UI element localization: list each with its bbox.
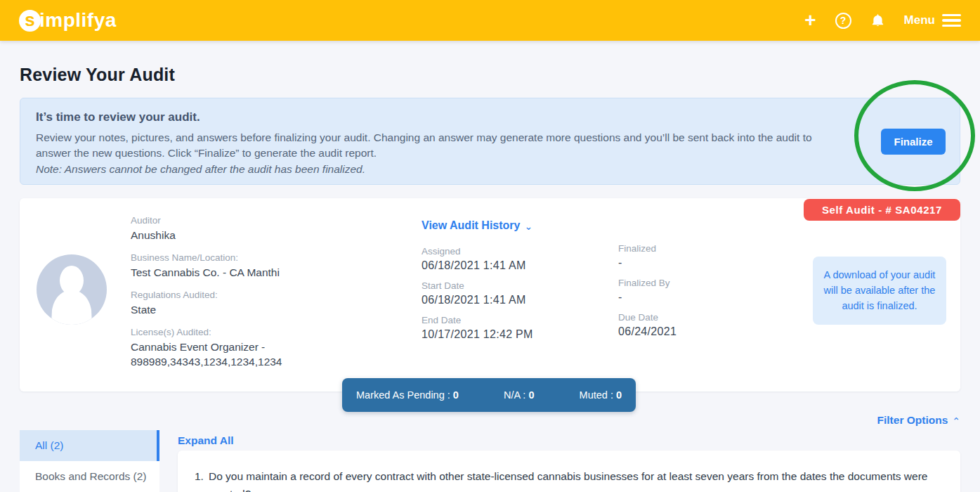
- question-row: 1. Do you maintain a record of every con…: [195, 468, 942, 492]
- stat-na: N/A :0: [504, 389, 535, 401]
- assigned-field: Assigned 06/18/2021 1:41 AM: [422, 246, 590, 272]
- hamburger-icon: [942, 14, 961, 27]
- question-text: Do you maintain a record of every contra…: [209, 468, 942, 492]
- help-icon[interactable]: ?: [835, 13, 851, 29]
- auditor-avatar: [37, 254, 107, 325]
- stat-label: N/A :: [504, 389, 525, 401]
- audit-number-badge: Self Audit - # SA04217: [804, 199, 960, 221]
- simplifya-logo[interactable]: s implifya: [19, 9, 117, 32]
- date-value: -: [618, 291, 759, 304]
- chevron-up-icon: ⌃: [952, 415, 960, 427]
- notifications-bell-icon[interactable]: [870, 13, 885, 28]
- banner-heading: It’s time to review your audit.: [36, 110, 812, 124]
- business-name-field: Business Name/Location: Test Cannabis Co…: [131, 252, 334, 280]
- date-label: Finalized By: [618, 278, 759, 288]
- date-label: End Date: [422, 315, 590, 325]
- field-label: Regulations Audited:: [131, 290, 334, 300]
- filter-options-toggle[interactable]: Filter Options ⌃: [877, 414, 960, 427]
- start-date-field: Start Date 06/18/2021 1:41 AM: [422, 280, 590, 306]
- logo-text: implifya: [39, 9, 117, 32]
- sidebar-item-all[interactable]: All (2): [20, 430, 159, 461]
- field-label: License(s) Audited:: [131, 327, 334, 337]
- stat-value: 0: [453, 389, 459, 401]
- due-date-field: Due Date 06/24/2021: [618, 312, 759, 338]
- menu-label: Menu: [904, 13, 935, 27]
- page-title: Review Your Audit: [20, 65, 175, 85]
- end-date-field: End Date 10/17/2021 12:42 PM: [422, 315, 590, 341]
- category-sidebar: All (2) Books and Records (2): [20, 430, 159, 492]
- banner-body: Review your notes, pictures, and answers…: [36, 130, 812, 161]
- field-value: State: [131, 303, 334, 318]
- add-icon[interactable]: +: [804, 11, 816, 30]
- field-label: Auditor: [131, 215, 334, 226]
- view-audit-history-label: View Audit History: [422, 219, 520, 232]
- stat-value: 0: [616, 389, 622, 401]
- date-value: 06/18/2021 1:41 AM: [422, 259, 590, 272]
- audit-dates-column-2: Finalized - Finalized By - Due Date 06/2…: [618, 243, 759, 347]
- auditor-field: Auditor Anushika: [131, 215, 334, 243]
- date-label: Finalized: [618, 243, 759, 254]
- field-label: Business Name/Location:: [131, 252, 334, 263]
- menu-button[interactable]: Menu: [904, 13, 961, 27]
- download-availability-note: A download of your audit will be availab…: [813, 257, 946, 325]
- stat-muted: Muted :0: [580, 389, 622, 401]
- review-banner: It’s time to review your audit. Review y…: [20, 98, 960, 185]
- regulations-field: Regulations Audited: State: [131, 290, 334, 318]
- audit-dates-column-1: View Audit History ⌄ Assigned 06/18/2021…: [422, 219, 590, 349]
- stat-marked-as-pending: Marked As Pending :0: [356, 389, 459, 401]
- banner-note: Note: Answers cannot be changed after th…: [36, 162, 812, 177]
- header-actions: + ? Menu: [804, 11, 961, 30]
- date-value: -: [618, 257, 759, 269]
- date-value: 06/24/2021: [618, 325, 759, 338]
- chevron-down-icon: ⌄: [524, 221, 533, 232]
- stat-label: Muted :: [580, 389, 613, 401]
- audit-summary-card: Self Audit - # SA04217 Auditor Anushika …: [20, 198, 960, 391]
- logo-icon: s: [19, 10, 41, 32]
- date-value: 10/17/2021 12:42 PM: [422, 328, 590, 341]
- date-label: Assigned: [422, 246, 590, 257]
- view-audit-history-link[interactable]: View Audit History ⌄: [422, 219, 533, 232]
- field-value: Anushika: [131, 228, 334, 243]
- finalized-field: Finalized -: [618, 243, 759, 269]
- licenses-field: License(s) Audited: Cannabis Event Organ…: [131, 327, 334, 370]
- question-card[interactable]: 1. Do you maintain a record of every con…: [178, 451, 960, 492]
- date-label: Start Date: [422, 280, 590, 291]
- question-number: 1.: [195, 468, 204, 492]
- date-label: Due Date: [618, 312, 759, 323]
- field-value: Test Cannabis Co. - CA Manthi: [131, 266, 334, 280]
- stat-value: 0: [528, 389, 534, 401]
- filter-options-label: Filter Options: [877, 414, 948, 427]
- sidebar-item-books-and-records[interactable]: Books and Records (2): [20, 461, 159, 492]
- expand-all-link[interactable]: Expand All: [178, 434, 234, 447]
- finalize-button[interactable]: Finalize: [881, 129, 946, 155]
- finalized-by-field: Finalized By -: [618, 278, 759, 304]
- app-header: s implifya + ? Menu: [0, 0, 980, 41]
- field-value: Cannabis Event Organizer - 898989,34343,…: [131, 340, 299, 370]
- date-value: 06/18/2021 1:41 AM: [422, 294, 590, 306]
- audit-info-column: Auditor Anushika Business Name/Location:…: [131, 215, 334, 379]
- stat-label: Marked As Pending :: [356, 389, 450, 401]
- answer-stats-bar: Marked As Pending :0 N/A :0 Muted :0: [342, 378, 636, 412]
